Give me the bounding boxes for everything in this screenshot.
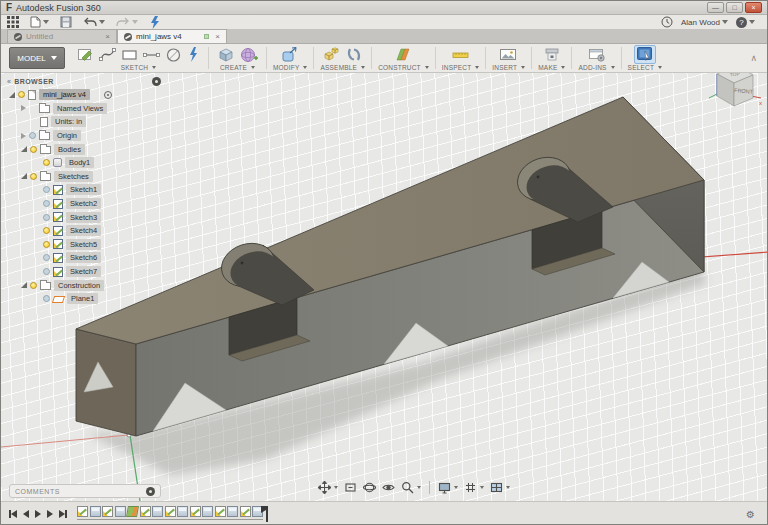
visibility-bulb-icon[interactable] (43, 159, 50, 166)
visibility-bulb-icon[interactable] (30, 173, 37, 180)
tab-close-icon[interactable]: × (215, 32, 220, 41)
browser-item-sketch5[interactable]: Sketch5 (7, 238, 161, 252)
select-button[interactable] (634, 45, 656, 64)
comments-options-icon[interactable] (146, 487, 155, 496)
expander-icon[interactable] (21, 146, 27, 152)
timeline-sketch-feature[interactable] (215, 506, 226, 517)
create-form-button[interactable] (238, 45, 260, 64)
visibility-bulb-icon[interactable] (43, 227, 50, 234)
zoom-button[interactable] (400, 480, 422, 495)
construct-plane-button[interactable] (392, 45, 414, 64)
timeline-settings-gear-icon[interactable]: ⚙ (746, 509, 759, 520)
timeline-extrude-feature[interactable] (90, 506, 101, 517)
circle-button[interactable] (163, 45, 184, 64)
browser-item-sketch4[interactable]: Sketch4 (7, 224, 161, 238)
timeline-sketch-feature[interactable] (240, 506, 251, 517)
redo-button[interactable] (116, 16, 138, 28)
browser-item-named-views[interactable]: Named Views (7, 102, 161, 116)
workspace-selector[interactable]: MODEL (9, 47, 65, 69)
display-settings-button[interactable] (437, 480, 459, 495)
group-label[interactable]: ASSEMBLE (320, 64, 357, 71)
visibility-bulb-icon[interactable] (43, 214, 50, 221)
joint-button[interactable] (344, 45, 364, 64)
viewport-canvas[interactable]: TOP FRONT x « BROWSER mini_jaws v4Named … (1, 73, 768, 501)
timeline-extrude-feature[interactable] (202, 506, 213, 517)
timeline-sketch-feature[interactable] (140, 506, 151, 517)
help-menu[interactable]: ? (736, 17, 755, 28)
group-label[interactable]: SELECT (628, 64, 655, 71)
browser-item-sketch6[interactable]: Sketch6 (7, 251, 161, 265)
tab-untitled[interactable]: Untitled × (7, 29, 117, 43)
browser-item-sketches[interactable]: Sketches (7, 170, 161, 184)
visibility-bulb-icon[interactable] (43, 295, 50, 302)
ribbon-collapse-button[interactable]: ∧ (750, 53, 767, 63)
measure-button[interactable] (449, 45, 472, 64)
activate-target-icon[interactable] (104, 91, 112, 99)
timeline-sketch-feature[interactable] (77, 506, 88, 517)
expander-icon[interactable] (21, 133, 26, 139)
browser-item-units-in[interactable]: Units: in (7, 115, 161, 129)
timeline-step-back-button[interactable] (23, 510, 29, 518)
comments-panel[interactable]: COMMENTS (9, 484, 161, 498)
group-label[interactable]: INSERT (492, 64, 517, 71)
grid-snaps-button[interactable] (463, 480, 485, 495)
save-button[interactable] (60, 16, 72, 28)
user-menu[interactable]: Alan Wood (681, 18, 728, 27)
timeline-step-forward-button[interactable] (47, 510, 53, 518)
timeline-plane-feature[interactable] (126, 506, 139, 517)
browser-item-construction[interactable]: Construction (7, 278, 161, 292)
visibility-bulb-icon[interactable] (18, 91, 25, 98)
browser-item-bodies[interactable]: Bodies (7, 142, 161, 156)
insert-image-button[interactable] (497, 45, 520, 64)
scripts-addins-button[interactable] (586, 45, 608, 64)
spline-button[interactable] (97, 45, 118, 64)
project-button[interactable] (185, 45, 202, 64)
create-sketch-button[interactable] (75, 45, 96, 64)
timeline-play-button[interactable] (35, 510, 41, 518)
group-label[interactable]: MAKE (538, 64, 557, 71)
group-label[interactable]: SKETCH (121, 64, 149, 71)
browser-item-sketch1[interactable]: Sketch1 (7, 183, 161, 197)
visibility-bulb-icon[interactable] (43, 186, 50, 193)
viewports-button[interactable] (489, 480, 511, 495)
tab-close-icon[interactable]: × (105, 32, 110, 41)
timeline-sketch-feature[interactable] (165, 506, 176, 517)
visibility-bulb-icon[interactable] (43, 254, 50, 261)
line-button[interactable] (141, 45, 162, 64)
visibility-bulb-icon[interactable] (43, 268, 50, 275)
group-label[interactable]: MODIFY (273, 64, 299, 71)
group-label[interactable]: ADD-INS (578, 64, 606, 71)
app-grid-button[interactable] (7, 16, 19, 28)
press-pull-button[interactable] (279, 45, 301, 64)
rectangle-button[interactable] (119, 45, 140, 64)
tab-mini-jaws-v4[interactable]: mini_jaws v4 × (117, 29, 227, 43)
pan-button[interactable] (317, 480, 339, 495)
timeline-skip-start-button[interactable] (9, 510, 17, 518)
browser-item-sketch3[interactable]: Sketch3 (7, 210, 161, 224)
new-component-button[interactable] (321, 45, 343, 64)
group-label[interactable]: CREATE (220, 64, 247, 71)
timeline-sketch-feature[interactable] (102, 506, 113, 517)
browser-item-plane1[interactable]: Plane1 (7, 292, 161, 306)
job-status-icon[interactable] (149, 16, 161, 29)
create-box-button[interactable] (215, 45, 237, 64)
undo-button[interactable] (83, 16, 105, 28)
view-cube[interactable]: TOP FRONT x (707, 73, 763, 116)
expander-icon[interactable] (21, 105, 26, 111)
expander-icon[interactable] (21, 282, 27, 288)
browser-item-origin[interactable]: Origin (7, 129, 161, 143)
timeline-extrude-feature[interactable] (177, 506, 188, 517)
close-button[interactable]: × (745, 2, 762, 13)
look-at-button[interactable] (381, 480, 396, 495)
browser-item-body1[interactable]: Body1 (7, 156, 161, 170)
browser-options-icon[interactable] (152, 77, 161, 86)
maximize-button[interactable]: □ (726, 2, 743, 13)
expander-icon[interactable] (21, 173, 27, 179)
timeline-extrude-feature[interactable] (227, 506, 238, 517)
group-label[interactable]: INSPECT (442, 64, 472, 71)
fit-button[interactable] (343, 480, 358, 495)
make-button[interactable] (541, 45, 563, 64)
visibility-bulb-icon[interactable] (30, 146, 37, 153)
timeline-skip-end-button[interactable] (59, 510, 67, 518)
browser-item-mini-jaws-v4[interactable]: mini_jaws v4 (7, 88, 161, 102)
